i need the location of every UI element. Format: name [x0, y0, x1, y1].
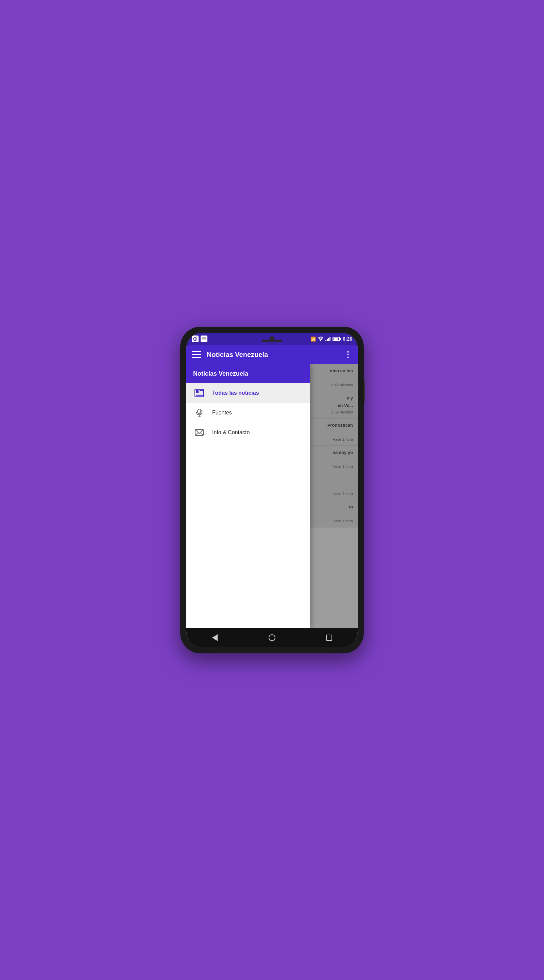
svg-line-16 — [195, 433, 198, 436]
more-options-button[interactable]: ⋮ — [344, 350, 352, 360]
status-left-icons — [192, 336, 208, 342]
screen-content: 📶 — [186, 333, 358, 647]
newspaper-icon — [193, 387, 205, 399]
status-right-icons: 📶 — [311, 336, 352, 342]
menu-button[interactable] — [192, 351, 201, 358]
envelope-icon — [193, 426, 205, 439]
drawer-item-sources[interactable]: Fuentes — [186, 403, 310, 423]
back-button[interactable] — [208, 631, 222, 644]
volume-button — [364, 381, 365, 401]
image-icon — [201, 336, 208, 342]
content-area: nico en los e 42 minutos o y en Ve... e … — [186, 364, 358, 628]
speaker — [262, 340, 282, 342]
drawer-items-list: Todas las noticias — [186, 383, 310, 628]
wifi-icon — [318, 337, 324, 341]
app-title: Noticias Venezuela — [207, 351, 344, 359]
microphone-icon — [193, 407, 205, 419]
drawer-header: Noticias Venezuela — [186, 364, 310, 383]
svg-line-17 — [201, 433, 203, 436]
app-bar: Noticias Venezuela ⋮ — [186, 345, 358, 364]
svg-point-5 — [203, 337, 204, 339]
drawer-item-all-news[interactable]: Todas las noticias — [186, 383, 310, 403]
phone-screen: 📶 — [186, 333, 358, 647]
recent-apps-button[interactable] — [322, 631, 336, 644]
drawer-item-contact[interactable]: Info & Contacto — [186, 423, 310, 442]
battery-icon — [333, 337, 340, 341]
signal-icon — [325, 337, 330, 341]
svg-rect-7 — [196, 390, 198, 393]
status-time: 6:26 — [343, 336, 352, 342]
phone-frame: 📶 — [180, 327, 364, 653]
clock-icon — [192, 336, 198, 342]
home-button[interactable] — [265, 631, 279, 644]
drawer-item-all-news-label: Todas las noticias — [212, 390, 259, 396]
drawer-item-sources-label: Fuentes — [212, 410, 232, 416]
bluetooth-icon: 📶 — [311, 337, 316, 342]
drawer-title: Noticias Venezuela — [193, 370, 248, 377]
navigation-drawer: Noticias Venezuela — [186, 364, 310, 628]
navigation-bar — [186, 628, 358, 647]
drawer-item-contact-label: Info & Contacto — [212, 430, 249, 436]
